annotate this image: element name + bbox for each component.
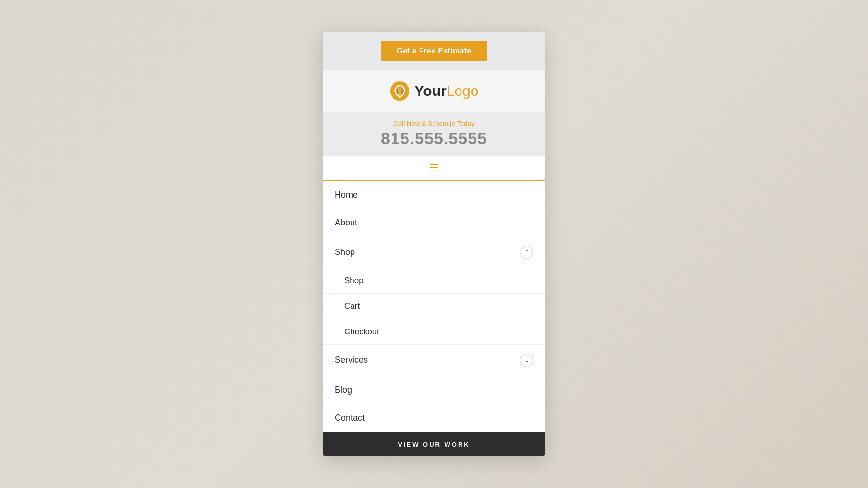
nav-item-shop[interactable]: Shop ⌃ (323, 237, 545, 268)
nav-item-blog-label: Blog (335, 385, 352, 395)
logo-text: YourLogo (415, 83, 479, 99)
nav-item-services[interactable]: Services ⌄ (323, 345, 545, 376)
chevron-up-icon[interactable]: ⌃ (520, 246, 533, 259)
nav-item-contact-label: Contact (335, 413, 365, 423)
nav-item-contact[interactable]: Contact (323, 404, 545, 432)
nav-item-about[interactable]: About (323, 209, 545, 237)
nav-subitem-checkout-label: Checkout (344, 327, 379, 336)
nav-item-shop-label: Shop (335, 247, 355, 257)
nav-subitem-shop-label: Shop (344, 276, 364, 285)
nav-item-home[interactable]: Home (323, 181, 545, 209)
phone-number: 815.555.5555 (333, 129, 535, 148)
nav-subitem-cart-label: Cart (344, 302, 360, 311)
phone-bar: Call Now & Schedule Today 815.555.5555 (323, 112, 545, 156)
phone-tagline: Call Now & Schedule Today (333, 120, 535, 127)
phone-frame: Get a Free Estimate YourLogo Call Now & … (323, 32, 545, 456)
nav-item-services-label: Services (335, 355, 368, 365)
logo-icon (390, 81, 410, 101)
chevron-down-icon[interactable]: ⌄ (520, 354, 533, 367)
page-wrapper: Get a Free Estimate YourLogo Call Now & … (0, 0, 868, 488)
cta-button[interactable]: Get a Free Estimate (381, 41, 487, 61)
nav-item-home-label: Home (335, 190, 358, 200)
logo-bar: YourLogo (323, 70, 545, 112)
hamburger-bar[interactable]: ☰ (323, 156, 545, 181)
nav-subitem-shop[interactable]: Shop (323, 268, 545, 294)
nav-item-about-label: About (335, 218, 357, 228)
nav-subitem-checkout[interactable]: Checkout (323, 319, 545, 345)
bottom-strip-text: VIEW OUR WORK (398, 441, 470, 448)
cta-bar: Get a Free Estimate (323, 32, 545, 70)
nav-subitem-cart[interactable]: Cart (323, 294, 545, 319)
hamburger-icon[interactable]: ☰ (429, 163, 439, 173)
nav-item-blog[interactable]: Blog (323, 376, 545, 404)
bottom-strip[interactable]: VIEW OUR WORK (323, 432, 545, 456)
nav-menu: Home About Shop ⌃ Shop Cart Checkout (323, 181, 545, 432)
